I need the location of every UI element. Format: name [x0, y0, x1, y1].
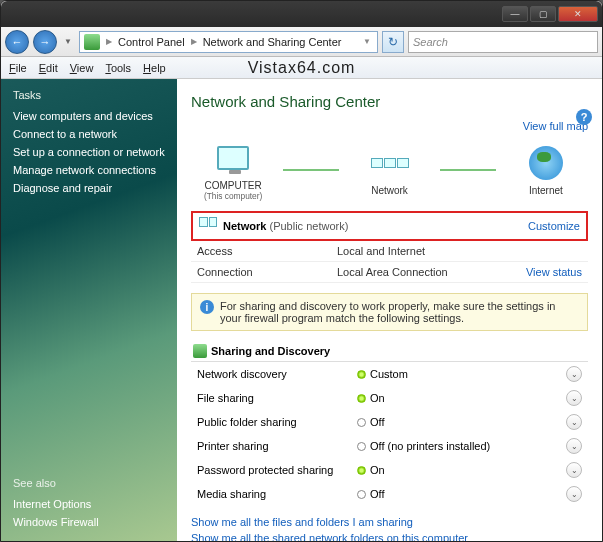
setting-value: Off — [357, 488, 566, 500]
sharing-icon — [193, 344, 207, 358]
refresh-button[interactable]: ↻ — [382, 31, 404, 53]
chevron-down-icon[interactable]: ▼ — [361, 37, 373, 46]
network-type: (Public network) — [269, 220, 348, 232]
menu-edit[interactable]: Edit — [39, 62, 58, 74]
forward-button[interactable]: → — [33, 30, 57, 54]
setting-label: Media sharing — [197, 488, 357, 500]
node-label: COMPUTER — [205, 180, 262, 191]
bottom-links: Show me all the files and folders I am s… — [191, 514, 588, 541]
node-computer: COMPUTER (This computer) — [191, 138, 275, 201]
setting-row: Public folder sharingOff⌄ — [191, 410, 588, 434]
history-dropdown[interactable]: ▼ — [61, 30, 75, 54]
sidebar-item-internet-options[interactable]: Internet Options — [13, 495, 165, 513]
window: — ▢ ✕ ← → ▼ ▶ Control Panel ▶ Network an… — [0, 0, 603, 542]
sidebar: Tasks View computers and devices Connect… — [1, 79, 177, 541]
setting-label: Public folder sharing — [197, 416, 357, 428]
info-icon: i — [200, 300, 214, 314]
access-row: Access Local and Internet — [191, 241, 588, 262]
search-input[interactable]: Search — [408, 31, 598, 53]
network-icon — [371, 158, 409, 168]
body: Tasks View computers and devices Connect… — [1, 79, 602, 541]
status-dot-icon — [357, 394, 366, 403]
connection-line-icon — [440, 169, 496, 171]
status-dot-icon — [357, 490, 366, 499]
settings-list: Network discoveryCustom⌄File sharingOn⌄P… — [191, 362, 588, 506]
customize-link[interactable]: Customize — [528, 220, 580, 232]
back-button[interactable]: ← — [5, 30, 29, 54]
page-title: Network and Sharing Center — [191, 93, 588, 110]
setting-label: Network discovery — [197, 368, 357, 380]
network-icon — [199, 217, 217, 235]
setting-value: Custom — [357, 368, 566, 380]
help-icon[interactable]: ? — [576, 109, 592, 125]
node-network: Network — [347, 143, 431, 196]
sidebar-item-setup-connection[interactable]: Set up a connection or network — [13, 143, 165, 161]
access-label: Access — [197, 245, 337, 257]
connection-label: Connection — [197, 266, 337, 278]
setting-label: Printer sharing — [197, 440, 357, 452]
status-dot-icon — [357, 370, 366, 379]
setting-row: Network discoveryCustom⌄ — [191, 362, 588, 386]
sidebar-item-diagnose[interactable]: Diagnose and repair — [13, 179, 165, 197]
navbar: ← → ▼ ▶ Control Panel ▶ Network and Shar… — [1, 27, 602, 57]
setting-row: File sharingOn⌄ — [191, 386, 588, 410]
titlebar: — ▢ ✕ — [1, 1, 602, 27]
expand-button[interactable]: ⌄ — [566, 486, 582, 502]
setting-row: Password protected sharingOn⌄ — [191, 458, 588, 482]
menu-file[interactable]: File — [9, 62, 27, 74]
expand-button[interactable]: ⌄ — [566, 438, 582, 454]
chevron-right-icon: ▶ — [104, 37, 114, 46]
setting-label: File sharing — [197, 392, 357, 404]
menu-tools[interactable]: Tools — [105, 62, 131, 74]
control-panel-icon — [84, 34, 100, 50]
info-text: For sharing and discovery to work proper… — [220, 300, 579, 324]
chevron-right-icon: ▶ — [189, 37, 199, 46]
show-files-link[interactable]: Show me all the files and folders I am s… — [191, 514, 588, 530]
node-label: Internet — [529, 185, 563, 196]
expand-button[interactable]: ⌄ — [566, 390, 582, 406]
setting-value: On — [357, 464, 566, 476]
setting-row: Media sharingOff⌄ — [191, 482, 588, 506]
status-dot-icon — [357, 442, 366, 451]
close-button[interactable]: ✕ — [558, 6, 598, 22]
section-heading: Sharing and Discovery — [191, 341, 588, 362]
setting-row: Printer sharingOff (no printers installe… — [191, 434, 588, 458]
network-name: Network — [223, 220, 266, 232]
computer-icon — [217, 146, 249, 170]
globe-icon — [529, 146, 563, 180]
seealso-heading: See also — [13, 477, 165, 489]
maximize-button[interactable]: ▢ — [530, 6, 556, 22]
address-bar[interactable]: ▶ Control Panel ▶ Network and Sharing Ce… — [79, 31, 378, 53]
status-dot-icon — [357, 466, 366, 475]
setting-label: Password protected sharing — [197, 464, 357, 476]
sidebar-item-manage-connections[interactable]: Manage network connections — [13, 161, 165, 179]
connection-row: Connection Local Area Connection View st… — [191, 262, 588, 283]
setting-value: Off (no printers installed) — [357, 440, 566, 452]
info-box: i For sharing and discovery to work prop… — [191, 293, 588, 331]
menu-help[interactable]: Help — [143, 62, 166, 74]
watermark: Vistax64.com — [248, 59, 356, 77]
connection-line-icon — [283, 169, 339, 171]
sidebar-item-view-computers[interactable]: View computers and devices — [13, 107, 165, 125]
menubar: File Edit View Tools Help Vistax64.com — [1, 57, 602, 79]
access-value: Local and Internet — [337, 245, 582, 257]
breadcrumb-item[interactable]: Control Panel — [118, 36, 185, 48]
node-internet: Internet — [504, 143, 588, 196]
setting-value: Off — [357, 416, 566, 428]
expand-button[interactable]: ⌄ — [566, 462, 582, 478]
connection-value: Local Area Connection — [337, 266, 526, 278]
sidebar-item-connect[interactable]: Connect to a network — [13, 125, 165, 143]
show-folders-link[interactable]: Show me all the shared network folders o… — [191, 530, 588, 541]
tasks-heading: Tasks — [13, 89, 165, 101]
expand-button[interactable]: ⌄ — [566, 366, 582, 382]
network-summary-row: Network (Public network) Customize — [191, 211, 588, 241]
minimize-button[interactable]: — — [502, 6, 528, 22]
menu-view[interactable]: View — [70, 62, 94, 74]
breadcrumb-item[interactable]: Network and Sharing Center — [203, 36, 342, 48]
node-sublabel: (This computer) — [191, 191, 275, 201]
status-dot-icon — [357, 418, 366, 427]
sidebar-item-windows-firewall[interactable]: Windows Firewall — [13, 513, 165, 531]
network-map: COMPUTER (This computer) Network Interne… — [191, 138, 588, 201]
view-status-link[interactable]: View status — [526, 266, 582, 278]
expand-button[interactable]: ⌄ — [566, 414, 582, 430]
